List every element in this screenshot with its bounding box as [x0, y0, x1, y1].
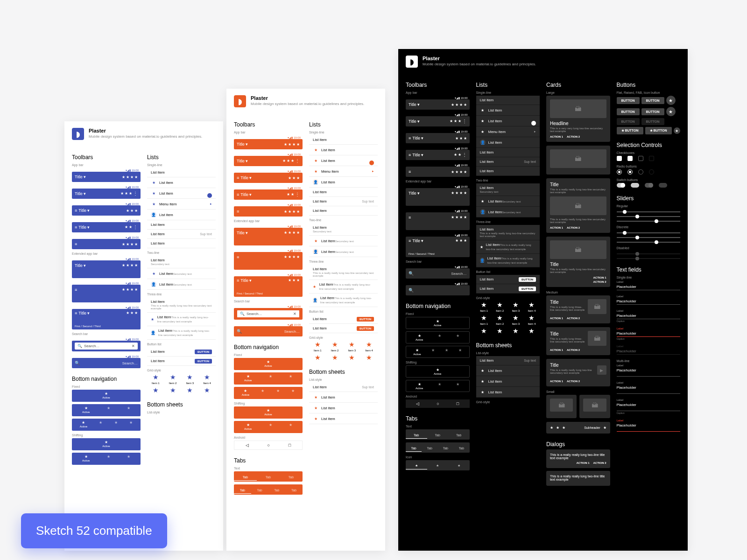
android-nav[interactable]: ◁○□: [406, 399, 470, 408]
list-item[interactable]: List itemSecondary text: [476, 183, 540, 196]
slider[interactable]: [617, 237, 681, 238]
recents-icon[interactable]: □: [289, 443, 291, 448]
tabbar[interactable]: TabTabTab: [234, 471, 303, 482]
card[interactable]: 🏔: [546, 146, 610, 175]
appbar[interactable]: ▾◢▮ 19:00Title ▾★★★⋮: [72, 185, 141, 199]
bottom-nav[interactable]: ★Active: [406, 317, 470, 329]
close-icon[interactable]: ✕: [293, 312, 296, 316]
slider[interactable]: [617, 216, 681, 217]
list-item[interactable]: ★List item: [309, 392, 378, 403]
checkbox[interactable]: [617, 156, 622, 161]
list-item[interactable]: List itemBUTTON: [147, 357, 216, 366]
dialog[interactable]: This is a really really long two-line ti…: [546, 471, 610, 486]
list-item[interactable]: 👤List itemThis is a really really long t…: [147, 326, 216, 340]
appbar[interactable]: ▾◢▮ 19:00Title ▾★★★★: [406, 96, 470, 110]
list-item[interactable]: 👤List item: [309, 177, 378, 188]
searchbar[interactable]: ▾◢▮ 19:00🔍: [406, 281, 470, 295]
button[interactable]: BUTTON: [617, 97, 640, 104]
bottom-nav[interactable]: ★Active★★★: [406, 346, 470, 358]
list-item[interactable]: List item: [147, 220, 216, 230]
list-item[interactable]: 👤List itemThis is a really really long t…: [309, 294, 378, 307]
list-item[interactable]: List item: [309, 188, 378, 197]
appbar[interactable]: ▾◢▮ 19:00Title ▾★★★★: [234, 135, 303, 149]
list-item[interactable]: List itemBUTTON: [147, 347, 216, 357]
searchbar[interactable]: ▾◢▮ 19:00🔍Search…: [406, 265, 470, 279]
tabbar[interactable]: TabTabTab: [406, 429, 470, 440]
switch[interactable]: [617, 183, 625, 188]
list-item[interactable]: List itemSup text: [309, 383, 378, 392]
list-item[interactable]: List itemBUTTON: [309, 324, 378, 333]
list-item[interactable]: ★List itemSecondary text: [309, 236, 378, 246]
tabbar[interactable]: ★★★: [406, 460, 470, 470]
list-item[interactable]: ★List item: [147, 177, 216, 188]
list-item[interactable]: ★List item: [309, 403, 378, 413]
bottom-nav[interactable]: ★Active★★: [406, 380, 470, 392]
bottom-nav[interactable]: ★Active★★: [234, 421, 303, 433]
appbar[interactable]: ▾◢▮ 19:00≡ Title ▾★★⋮: [234, 186, 303, 200]
dialog[interactable]: This is a really really long two-line ti…: [546, 449, 610, 468]
appbar[interactable]: ▾◢▮ 19:00Title ▾★★★⋮: [234, 152, 303, 166]
list-item[interactable]: List itemThis is a really really long tw…: [309, 265, 378, 280]
text-field-error[interactable]: LabelPlaceholderCaption: [617, 327, 681, 340]
appbar[interactable]: ▾◢▮ 19:00≡ Title ▾★★★: [72, 202, 141, 216]
list-item[interactable]: List itemSecondary text: [309, 223, 378, 236]
card[interactable]: 🏔 Title This is a really really long two…: [546, 237, 610, 287]
bottom-nav[interactable]: ★Active: [234, 358, 303, 370]
searchbar[interactable]: ▾◢▮ 19:00🔍Search…: [72, 354, 141, 368]
list-item[interactable]: 👤List itemSecondary text: [147, 279, 216, 290]
list-item[interactable]: ★List itemThis is a really really long t…: [476, 240, 540, 254]
extended-appbar[interactable]: ▾◢▮ 19:00≡★★★★: [406, 209, 470, 230]
list-item[interactable]: List itemSup text: [476, 356, 540, 365]
list-item[interactable]: ★List item: [476, 365, 540, 376]
text-field[interactable]: LabelPlaceholder: [617, 280, 681, 290]
list-item[interactable]: List item: [309, 135, 378, 145]
appbar[interactable]: ▾◢▮ 19:00≡★★★★: [234, 203, 303, 217]
list-item[interactable]: ★List item: [309, 145, 378, 155]
list-item[interactable]: List item: [476, 96, 540, 105]
bottom-nav[interactable]: ★Active★★: [406, 331, 470, 343]
list-item[interactable]: List itemThis is a really really long tw…: [147, 297, 216, 313]
list-item[interactable]: List itemSecondary text: [147, 256, 216, 268]
list-item[interactable]: List itemThis is a really really long tw…: [476, 225, 540, 240]
text-field[interactable]: LabelPlaceholder: [617, 364, 681, 377]
bottom-nav[interactable]: ★Active: [72, 438, 141, 450]
bottom-nav[interactable]: ★Active: [72, 390, 141, 402]
text-field-error[interactable]: LabelPlaceholder: [617, 419, 681, 432]
extended-appbar[interactable]: ▾◢▮ 19:00Title ▾★★★★: [234, 224, 303, 245]
slider[interactable]: [617, 242, 681, 243]
list-item[interactable]: ★List itemThis is a really really long t…: [147, 313, 216, 326]
list-item[interactable]: List item: [147, 239, 216, 248]
card[interactable]: TitleThis is a really really long two-li…: [546, 359, 610, 386]
extended-appbar[interactable]: ▾◢▮ 19:00≡★★★★: [72, 281, 141, 302]
card[interactable]: ★★★Subheader★: [546, 422, 610, 434]
list-item[interactable]: List itemBUTTON: [476, 275, 540, 284]
searchbar[interactable]: ▾◢▮ 19:00🔍Search…✕: [72, 337, 141, 351]
list-item[interactable]: List itemSup text: [309, 197, 378, 206]
list-item[interactable]: ★Menu item▸: [147, 199, 216, 210]
list-item[interactable]: ★List item: [147, 188, 216, 199]
list-item[interactable]: ★List item: [309, 155, 378, 166]
list-item[interactable]: List item: [476, 167, 540, 176]
searchbar[interactable]: ▾◢▮ 19:00🔍Search…: [234, 322, 303, 336]
back-icon[interactable]: ◁: [246, 443, 249, 448]
text-field[interactable]: LabelPlaceholder: [617, 295, 681, 305]
list-item[interactable]: ★List itemSecondary text: [476, 196, 540, 207]
list-item[interactable]: ★Menu item▸: [309, 166, 378, 177]
list-item[interactable]: List itemSup text: [147, 230, 216, 239]
text-field[interactable]: LabelPlaceholderCaption: [617, 309, 681, 322]
slider[interactable]: [617, 232, 681, 233]
slider[interactable]: [617, 221, 681, 222]
close-icon[interactable]: ✕: [132, 344, 135, 348]
appbar[interactable]: ▾◢▮ 19:00≡ Title ▾★★★: [406, 129, 470, 143]
button[interactable]: BUTTON: [195, 350, 212, 354]
tabbar[interactable]: TabTabTabTab: [234, 484, 303, 495]
list-item[interactable]: ★List item: [476, 376, 540, 387]
list-item[interactable]: List item: [476, 148, 540, 157]
appbar[interactable]: ▾◢▮ 19:00≡★★★★: [406, 163, 470, 177]
extended-appbar-tabs[interactable]: ▾◢▮ 19:00≡ Title ▾★★★First / Second / Th…: [406, 233, 470, 257]
list-item[interactable]: ★Menu item▸: [476, 126, 540, 137]
bottom-nav[interactable]: ★Active★★★: [72, 419, 141, 431]
list-item[interactable]: 👤List item: [147, 210, 216, 220]
list-item[interactable]: ★List item: [476, 105, 540, 116]
list-item[interactable]: ★List itemSecondary text: [147, 268, 216, 279]
